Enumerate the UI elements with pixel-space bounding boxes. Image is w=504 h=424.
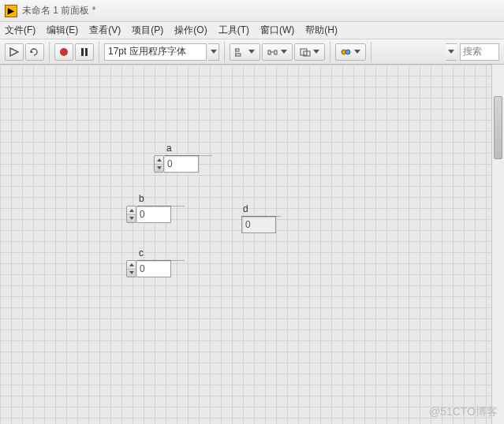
arrow-up-icon [129, 263, 134, 266]
menu-view[interactable]: 查看(V) [89, 24, 121, 37]
menu-window[interactable]: 窗口(W) [260, 24, 294, 37]
indicator-d-label: d [241, 203, 276, 214]
control-c-spinner[interactable] [126, 260, 136, 277]
pause-button[interactable] [75, 43, 94, 61]
indicator-d-value: 0 [241, 216, 276, 233]
search-caret[interactable] [446, 43, 457, 61]
arrow-up-icon [157, 158, 162, 162]
control-a-label: a [154, 143, 199, 154]
svg-rect-4 [236, 54, 241, 56]
control-c-label: c [126, 247, 171, 258]
search-input[interactable]: 搜索 [460, 43, 499, 61]
menu-operate[interactable]: 操作(O) [174, 24, 207, 37]
font-combo-caret[interactable] [208, 43, 219, 61]
control-c-value[interactable]: 0 [136, 260, 171, 277]
svg-rect-3 [236, 49, 239, 51]
divider [137, 206, 185, 206]
indicator-d[interactable]: d 0 [241, 203, 276, 233]
svg-point-12 [345, 50, 350, 54]
svg-rect-1 [81, 48, 84, 56]
control-b-value[interactable]: 0 [136, 206, 171, 223]
abort-button[interactable] [54, 43, 73, 61]
menu-tools[interactable]: 工具(T) [218, 24, 249, 37]
chevron-down-icon [448, 50, 454, 54]
labview-app-icon: ▶ [5, 5, 17, 17]
resize-button[interactable] [294, 43, 325, 61]
front-panel-canvas[interactable]: a 0 b 0 c 0 d [0, 65, 491, 424]
arrow-down-icon [129, 271, 134, 274]
chevron-down-icon [313, 50, 319, 54]
reorder-button[interactable] [335, 43, 366, 61]
menu-edit[interactable]: 编辑(E) [47, 24, 78, 37]
font-combo-label: 17pt 应用程序字体 [108, 45, 186, 58]
font-combo[interactable]: 17pt 应用程序字体 [104, 43, 207, 61]
control-c[interactable]: c 0 [126, 247, 171, 277]
chevron-down-icon [281, 50, 287, 54]
chevron-down-icon [354, 50, 360, 54]
window-title: 未命名 1 前面板 * [22, 4, 95, 17]
divider [165, 155, 212, 156]
control-a[interactable]: a 0 [154, 143, 199, 173]
svg-point-0 [60, 48, 68, 56]
svg-rect-2 [85, 48, 88, 56]
chevron-down-icon [248, 50, 255, 54]
control-a-value[interactable]: 0 [164, 155, 199, 173]
run-continuous-button[interactable] [25, 43, 44, 61]
arrow-down-icon [129, 217, 134, 220]
chevron-down-icon [211, 50, 217, 54]
svg-rect-6 [268, 50, 271, 54]
arrow-down-icon [157, 166, 162, 169]
divider [137, 260, 185, 261]
canvas-area: a 0 b 0 c 0 d [0, 65, 504, 424]
control-b-spinner[interactable] [126, 206, 136, 223]
align-button[interactable] [230, 43, 260, 61]
divider [241, 216, 281, 217]
menu-file[interactable]: 文件(F) [5, 24, 35, 37]
menu-bar: 文件(F) 编辑(E) 查看(V) 项目(P) 操作(O) 工具(T) 窗口(W… [0, 22, 504, 39]
run-button[interactable] [5, 43, 24, 61]
search-placeholder: 搜索 [463, 45, 482, 58]
svg-rect-7 [274, 50, 277, 54]
toolbar: 17pt 应用程序字体 搜索 [0, 39, 504, 65]
scrollbar-thumb[interactable] [494, 96, 502, 159]
control-b[interactable]: b 0 [126, 193, 171, 223]
control-b-label: b [126, 193, 171, 204]
title-bar: ▶ 未命名 1 前面板 * [0, 0, 504, 22]
menu-help[interactable]: 帮助(H) [305, 24, 338, 37]
arrow-up-icon [129, 209, 134, 212]
menu-project[interactable]: 项目(P) [132, 24, 163, 37]
distribute-button[interactable] [262, 43, 293, 61]
vertical-scrollbar[interactable] [491, 65, 504, 424]
control-a-spinner[interactable] [154, 155, 164, 173]
